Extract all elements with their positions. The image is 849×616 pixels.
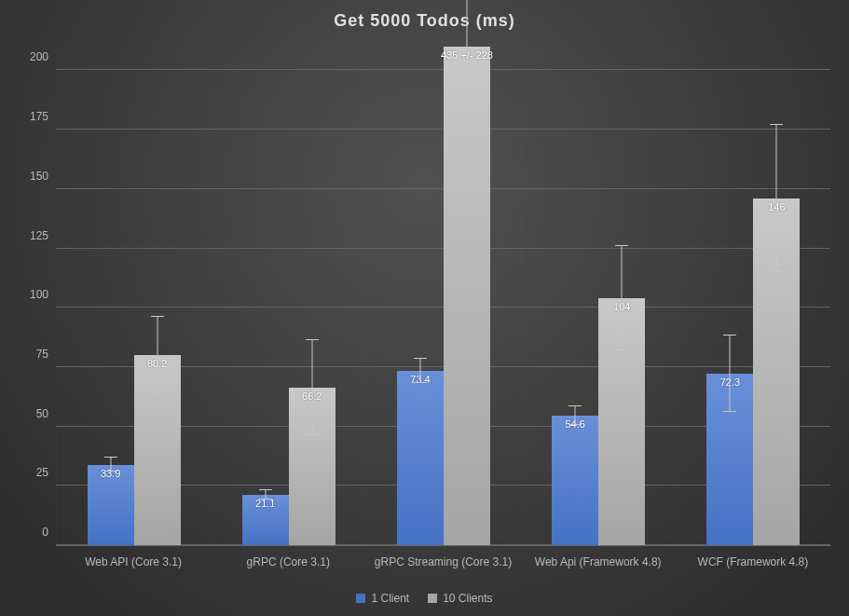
x-axis-labels: Web API (Core 3.1)gRPC (Core 3.1)gRPC St… <box>56 555 830 574</box>
y-tick-label: 75 <box>2 348 48 361</box>
bar-value-label: 104 <box>613 301 630 312</box>
legend-item-1-client: 1 Client <box>356 592 409 605</box>
bar-group: 54.6104 <box>521 47 676 545</box>
bar-value-label: 54.6 <box>565 418 584 430</box>
y-tick-label: 125 <box>2 229 48 242</box>
x-tick-label: WCF (Framework 4.8) <box>676 555 830 574</box>
bar-groups: 33.980.221.166.273.4435 +/- 22854.610472… <box>56 47 830 545</box>
error-bar <box>444 0 490 545</box>
bar-10-clients: 80.2 <box>134 355 181 545</box>
error-bar <box>753 116 800 545</box>
bar-1-client: 54.6 <box>552 416 598 545</box>
bar-value-label: 73.4 <box>410 374 430 385</box>
error-bar <box>289 332 335 545</box>
x-tick-label: gRPC Streaming (Core 3.1) <box>365 555 520 574</box>
y-tick-label: 150 <box>2 170 48 183</box>
error-bar <box>242 481 289 545</box>
legend-label-s2: 10 Clients <box>443 592 492 605</box>
bar-group: 72.3146 <box>676 47 830 545</box>
bar-group: 33.980.2 <box>56 47 211 545</box>
legend-swatch-blue <box>356 594 365 603</box>
legend: 1 Client 10 Clients <box>0 592 849 605</box>
chart-title: Get 5000 Todos (ms) <box>0 11 849 31</box>
bar-value-label: 33.9 <box>101 468 120 479</box>
bar-group: 73.4435 +/- 228 <box>365 47 520 545</box>
error-bar <box>706 326 753 545</box>
bar-10-clients: 146 <box>753 198 800 545</box>
y-tick-label: 175 <box>2 110 48 123</box>
y-tick-label: 25 <box>2 466 48 479</box>
error-bar <box>88 448 134 545</box>
legend-item-10-clients: 10 Clients <box>428 592 492 605</box>
bar-value-label: 66.2 <box>302 390 322 402</box>
legend-label-s1: 1 Client <box>371 592 409 605</box>
bar-1-client: 73.4 <box>397 371 444 545</box>
y-tick-label: 0 <box>2 526 48 539</box>
bar-10-clients: 435 +/- 228 <box>444 47 490 545</box>
bar-value-label: 80.2 <box>147 358 167 369</box>
legend-swatch-gray <box>428 594 437 603</box>
x-tick-label: Web API (Core 3.1) <box>56 555 211 574</box>
bar-1-client: 33.9 <box>88 465 134 545</box>
y-tick-label: 200 <box>2 50 48 63</box>
bar-value-label: 435 +/- 228 <box>441 49 493 61</box>
y-tick-label: 50 <box>2 407 48 420</box>
bar-value-label: 146 <box>768 201 785 212</box>
bar-value-label: 72.3 <box>720 376 740 388</box>
x-tick-label: gRPC (Core 3.1) <box>211 555 365 574</box>
y-tick-label: 100 <box>2 288 48 301</box>
error-bar <box>134 308 181 545</box>
error-bar <box>598 237 645 545</box>
bar-1-client: 21.1 <box>242 495 289 545</box>
x-tick-label: Web Api (Framework 4.8) <box>521 555 676 574</box>
plot-area: 0255075100125150175200 33.980.221.166.27… <box>56 47 830 546</box>
bar-10-clients: 104 <box>598 298 645 545</box>
bar-group: 21.166.2 <box>211 47 365 545</box>
bar-10-clients: 66.2 <box>289 388 335 545</box>
bar-1-client: 72.3 <box>706 374 753 545</box>
bar-value-label: 21.1 <box>255 498 275 509</box>
